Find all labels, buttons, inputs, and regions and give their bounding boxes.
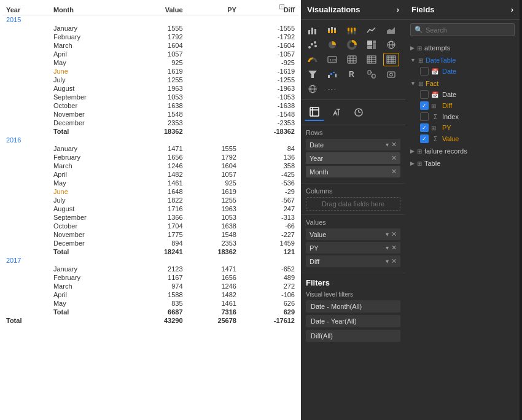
fact-py-item[interactable]: ✓ ⊞ PY [405, 122, 520, 133]
fields-chevron[interactable]: › [511, 5, 513, 14]
treemap-icon[interactable] [364, 38, 380, 52]
gauge-icon[interactable] [305, 53, 321, 66]
more-viz-icon[interactable]: ··· [324, 82, 340, 96]
py-chevron[interactable]: ▾ [386, 244, 389, 251]
svg-point-58 [390, 73, 393, 76]
fact-diff-item[interactable]: ✓ ⊞ Diff [405, 100, 520, 111]
search-icon: 🔍 [415, 26, 423, 34]
fact-diff-check[interactable]: ✓ [420, 101, 429, 110]
values-section: Values Value ▾ ✕ PY ▾ ✕ Diff ▾ ✕ [301, 215, 405, 273]
fact-index-label: Index [442, 113, 459, 120]
field-tree: ▶ ⊞ attempts ▼ ⊞ DateTable 📅 Date ▼ ⊞ [405, 40, 520, 420]
viz-chevron[interactable]: › [397, 5, 399, 14]
funnel-icon[interactable] [305, 68, 321, 81]
line-chart-icon[interactable] [364, 23, 380, 37]
fact-diff-label: Diff [442, 102, 452, 109]
fact-value-item[interactable]: ✓ Σ Value [405, 133, 520, 144]
year-row-pill[interactable]: Year ✕ [306, 152, 400, 164]
globe-icon[interactable] [305, 82, 321, 96]
py-pill[interactable]: PY ▾ ✕ [306, 242, 400, 254]
more-icon[interactable]: ··· [290, 2, 296, 11]
python-icon[interactable] [364, 68, 380, 81]
date-row-label: Date [310, 141, 324, 149]
col-year: Year [2, 5, 50, 15]
svg-rect-52 [333, 72, 335, 73]
filter-diff[interactable]: Diff(All) [306, 330, 400, 342]
values-label: Values [306, 219, 400, 226]
group-fact: ▼ ⊞ Fact 📅 Date ✓ ⊞ Diff Σ Index ✓ ⊞ [405, 78, 520, 144]
date-row-pill[interactable]: Date ▾ ✕ [306, 139, 400, 150]
attempts-table-icon: ⊞ [417, 45, 422, 52]
search-box[interactable]: 🔍 [410, 23, 515, 36]
fact-table-icon: ⊞ [418, 80, 423, 87]
fact-index-check[interactable] [420, 112, 429, 121]
group-fact-header[interactable]: ▼ ⊞ Fact [405, 78, 520, 89]
filter-date-month[interactable]: Date - Month(All) [306, 300, 400, 313]
fact-date-check[interactable] [420, 90, 429, 99]
datetable-date-check[interactable] [420, 67, 429, 76]
group-attempts-header[interactable]: ▶ ⊞ attempts [405, 42, 520, 53]
fields-header: Fields › [405, 0, 520, 20]
value-chevron[interactable]: ▾ [386, 231, 389, 238]
viz-header: Visualizations › [301, 0, 405, 20]
svg-text:123: 123 [330, 58, 337, 62]
viz-icon-grid: 123 R ··· [301, 20, 405, 100]
date-row-chevron[interactable]: ▾ [386, 141, 389, 148]
pie-chart-icon[interactable] [324, 38, 340, 52]
diff-chevron[interactable]: ▾ [386, 258, 389, 265]
attempts-chevron: ▶ [410, 45, 415, 51]
card-icon[interactable]: 123 [324, 53, 340, 66]
columns-section: Columns Drag data fields here [301, 184, 405, 215]
table-chevron: ▶ [410, 160, 415, 166]
failure-records-label: failure records [424, 147, 467, 155]
group-failure-records-header[interactable]: ▶ ⊞ failure records [405, 146, 520, 157]
table-icon[interactable] [344, 53, 360, 66]
value-pill[interactable]: Value ▾ ✕ [306, 228, 400, 240]
svg-rect-22 [367, 41, 372, 45]
filter-date-year[interactable]: Date - Year(All) [306, 315, 400, 327]
diff-pill[interactable]: Diff ▾ ✕ [306, 255, 400, 267]
value-remove[interactable]: ✕ [391, 230, 397, 238]
diff-remove[interactable]: ✕ [391, 257, 397, 265]
fact-py-check[interactable]: ✓ [420, 123, 429, 132]
100pct-bar-icon[interactable] [344, 23, 360, 37]
group-datetable-header[interactable]: ▼ ⊞ DateTable [405, 55, 520, 66]
col-value: Value [133, 5, 186, 15]
fact-value-check[interactable]: ✓ [420, 134, 429, 143]
fact-date-item[interactable]: 📅 Date [405, 89, 520, 100]
svg-text:R: R [349, 70, 354, 79]
fields-tab[interactable] [305, 104, 324, 121]
expand-icon[interactable]: ⊡ [279, 2, 285, 11]
group-failure-records: ▶ ⊞ failure records [405, 146, 520, 157]
fact-chevron: ▼ [410, 80, 416, 87]
r-icon[interactable]: R [344, 68, 360, 81]
window-controls: ⊡ ··· [279, 2, 296, 11]
analytics-tab[interactable] [349, 104, 368, 121]
py-remove[interactable]: ✕ [391, 244, 397, 252]
search-input[interactable] [426, 26, 510, 34]
custom-viz-icon[interactable] [383, 68, 399, 81]
stacked-bar-icon[interactable] [324, 23, 340, 37]
month-row-remove[interactable]: ✕ [391, 168, 397, 176]
viz-action-tabs [301, 100, 405, 125]
datetable-date-item[interactable]: 📅 Date [405, 66, 520, 77]
fact-index-item[interactable]: Σ Index [405, 111, 520, 122]
month-row-pill[interactable]: Month ✕ [306, 166, 400, 177]
matrix-icon[interactable] [364, 53, 380, 66]
svg-rect-6 [331, 27, 333, 29]
group-table-header[interactable]: ▶ ⊞ Table [405, 158, 520, 169]
rows-section: Rows Date ▾ ✕ Year ✕ Month ✕ [301, 125, 405, 184]
donut-icon[interactable] [344, 38, 360, 52]
date-row-remove[interactable]: ✕ [391, 141, 397, 149]
bar-chart-icon[interactable] [305, 23, 321, 37]
svg-point-19 [314, 45, 317, 47]
scatter-icon[interactable] [305, 38, 321, 52]
area-chart-icon[interactable] [383, 23, 399, 37]
map-icon[interactable] [383, 38, 399, 52]
format-tab[interactable] [327, 104, 346, 121]
year-row-remove[interactable]: ✕ [391, 154, 397, 162]
svg-rect-50 [328, 75, 330, 78]
waterfall-icon[interactable] [324, 68, 340, 81]
matrix-active-icon[interactable] [383, 53, 399, 66]
filters-section: Filters Visual level filters Date - Mont… [301, 273, 405, 349]
